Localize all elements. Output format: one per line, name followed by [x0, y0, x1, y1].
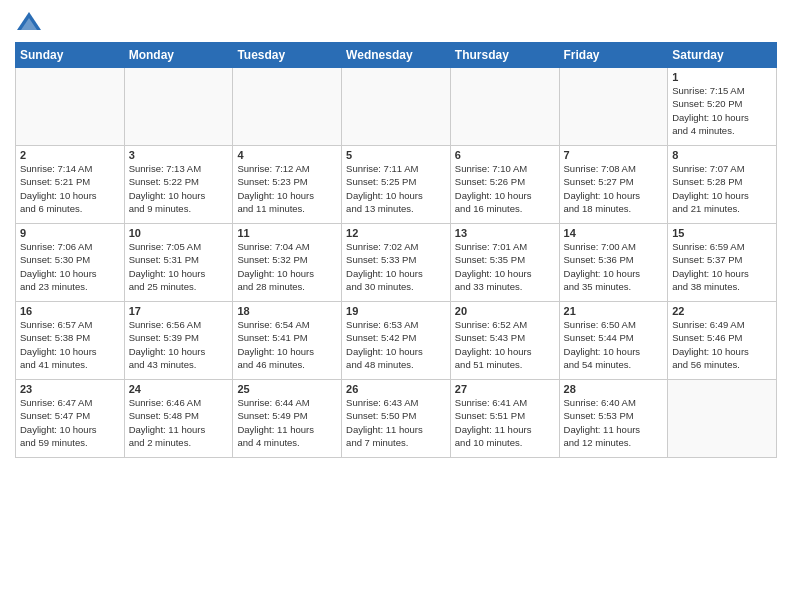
day-number: 7	[564, 149, 664, 161]
day-number: 14	[564, 227, 664, 239]
day-number: 20	[455, 305, 555, 317]
header-cell-wednesday: Wednesday	[342, 43, 451, 68]
logo-icon	[15, 10, 43, 38]
day-info: Sunrise: 7:04 AM Sunset: 5:32 PM Dayligh…	[237, 240, 337, 293]
day-info: Sunrise: 7:05 AM Sunset: 5:31 PM Dayligh…	[129, 240, 229, 293]
day-number: 23	[20, 383, 120, 395]
day-number: 26	[346, 383, 446, 395]
day-cell: 24Sunrise: 6:46 AM Sunset: 5:48 PM Dayli…	[124, 380, 233, 458]
day-number: 10	[129, 227, 229, 239]
day-number: 18	[237, 305, 337, 317]
day-cell: 12Sunrise: 7:02 AM Sunset: 5:33 PM Dayli…	[342, 224, 451, 302]
day-number: 24	[129, 383, 229, 395]
day-number: 11	[237, 227, 337, 239]
day-cell: 20Sunrise: 6:52 AM Sunset: 5:43 PM Dayli…	[450, 302, 559, 380]
calendar-table: SundayMondayTuesdayWednesdayThursdayFrid…	[15, 42, 777, 458]
day-info: Sunrise: 6:53 AM Sunset: 5:42 PM Dayligh…	[346, 318, 446, 371]
calendar-body: 1Sunrise: 7:15 AM Sunset: 5:20 PM Daylig…	[16, 68, 777, 458]
day-info: Sunrise: 7:07 AM Sunset: 5:28 PM Dayligh…	[672, 162, 772, 215]
day-number: 21	[564, 305, 664, 317]
header-cell-thursday: Thursday	[450, 43, 559, 68]
day-number: 1	[672, 71, 772, 83]
day-cell	[233, 68, 342, 146]
calendar-header-row: SundayMondayTuesdayWednesdayThursdayFrid…	[16, 43, 777, 68]
day-cell: 7Sunrise: 7:08 AM Sunset: 5:27 PM Daylig…	[559, 146, 668, 224]
day-cell: 14Sunrise: 7:00 AM Sunset: 5:36 PM Dayli…	[559, 224, 668, 302]
day-cell	[342, 68, 451, 146]
day-info: Sunrise: 6:54 AM Sunset: 5:41 PM Dayligh…	[237, 318, 337, 371]
day-info: Sunrise: 6:56 AM Sunset: 5:39 PM Dayligh…	[129, 318, 229, 371]
day-info: Sunrise: 7:14 AM Sunset: 5:21 PM Dayligh…	[20, 162, 120, 215]
header-cell-saturday: Saturday	[668, 43, 777, 68]
day-cell: 16Sunrise: 6:57 AM Sunset: 5:38 PM Dayli…	[16, 302, 125, 380]
week-row-4: 23Sunrise: 6:47 AM Sunset: 5:47 PM Dayli…	[16, 380, 777, 458]
day-number: 5	[346, 149, 446, 161]
day-number: 28	[564, 383, 664, 395]
day-number: 15	[672, 227, 772, 239]
day-info: Sunrise: 7:06 AM Sunset: 5:30 PM Dayligh…	[20, 240, 120, 293]
day-cell: 18Sunrise: 6:54 AM Sunset: 5:41 PM Dayli…	[233, 302, 342, 380]
day-info: Sunrise: 6:40 AM Sunset: 5:53 PM Dayligh…	[564, 396, 664, 449]
day-cell: 25Sunrise: 6:44 AM Sunset: 5:49 PM Dayli…	[233, 380, 342, 458]
day-info: Sunrise: 6:57 AM Sunset: 5:38 PM Dayligh…	[20, 318, 120, 371]
day-cell	[668, 380, 777, 458]
day-cell: 4Sunrise: 7:12 AM Sunset: 5:23 PM Daylig…	[233, 146, 342, 224]
day-number: 2	[20, 149, 120, 161]
day-number: 3	[129, 149, 229, 161]
week-row-3: 16Sunrise: 6:57 AM Sunset: 5:38 PM Dayli…	[16, 302, 777, 380]
day-number: 16	[20, 305, 120, 317]
header-cell-monday: Monday	[124, 43, 233, 68]
day-number: 4	[237, 149, 337, 161]
header-cell-tuesday: Tuesday	[233, 43, 342, 68]
day-info: Sunrise: 6:59 AM Sunset: 5:37 PM Dayligh…	[672, 240, 772, 293]
day-cell: 1Sunrise: 7:15 AM Sunset: 5:20 PM Daylig…	[668, 68, 777, 146]
day-info: Sunrise: 7:08 AM Sunset: 5:27 PM Dayligh…	[564, 162, 664, 215]
day-cell: 26Sunrise: 6:43 AM Sunset: 5:50 PM Dayli…	[342, 380, 451, 458]
day-info: Sunrise: 6:47 AM Sunset: 5:47 PM Dayligh…	[20, 396, 120, 449]
day-number: 27	[455, 383, 555, 395]
day-info: Sunrise: 6:41 AM Sunset: 5:51 PM Dayligh…	[455, 396, 555, 449]
day-cell: 28Sunrise: 6:40 AM Sunset: 5:53 PM Dayli…	[559, 380, 668, 458]
day-cell: 9Sunrise: 7:06 AM Sunset: 5:30 PM Daylig…	[16, 224, 125, 302]
day-info: Sunrise: 7:11 AM Sunset: 5:25 PM Dayligh…	[346, 162, 446, 215]
day-cell: 3Sunrise: 7:13 AM Sunset: 5:22 PM Daylig…	[124, 146, 233, 224]
day-info: Sunrise: 6:43 AM Sunset: 5:50 PM Dayligh…	[346, 396, 446, 449]
week-row-2: 9Sunrise: 7:06 AM Sunset: 5:30 PM Daylig…	[16, 224, 777, 302]
header-cell-sunday: Sunday	[16, 43, 125, 68]
day-info: Sunrise: 7:01 AM Sunset: 5:35 PM Dayligh…	[455, 240, 555, 293]
day-cell	[124, 68, 233, 146]
logo	[15, 10, 47, 38]
week-row-1: 2Sunrise: 7:14 AM Sunset: 5:21 PM Daylig…	[16, 146, 777, 224]
day-cell: 13Sunrise: 7:01 AM Sunset: 5:35 PM Dayli…	[450, 224, 559, 302]
day-info: Sunrise: 6:49 AM Sunset: 5:46 PM Dayligh…	[672, 318, 772, 371]
day-number: 25	[237, 383, 337, 395]
day-number: 8	[672, 149, 772, 161]
day-number: 6	[455, 149, 555, 161]
day-cell: 17Sunrise: 6:56 AM Sunset: 5:39 PM Dayli…	[124, 302, 233, 380]
day-number: 12	[346, 227, 446, 239]
day-cell: 27Sunrise: 6:41 AM Sunset: 5:51 PM Dayli…	[450, 380, 559, 458]
day-info: Sunrise: 6:52 AM Sunset: 5:43 PM Dayligh…	[455, 318, 555, 371]
day-cell: 22Sunrise: 6:49 AM Sunset: 5:46 PM Dayli…	[668, 302, 777, 380]
day-cell	[16, 68, 125, 146]
day-info: Sunrise: 7:02 AM Sunset: 5:33 PM Dayligh…	[346, 240, 446, 293]
day-info: Sunrise: 7:12 AM Sunset: 5:23 PM Dayligh…	[237, 162, 337, 215]
day-cell: 2Sunrise: 7:14 AM Sunset: 5:21 PM Daylig…	[16, 146, 125, 224]
day-number: 19	[346, 305, 446, 317]
day-info: Sunrise: 6:44 AM Sunset: 5:49 PM Dayligh…	[237, 396, 337, 449]
day-number: 17	[129, 305, 229, 317]
day-cell	[450, 68, 559, 146]
day-cell: 23Sunrise: 6:47 AM Sunset: 5:47 PM Dayli…	[16, 380, 125, 458]
day-info: Sunrise: 7:00 AM Sunset: 5:36 PM Dayligh…	[564, 240, 664, 293]
day-info: Sunrise: 7:10 AM Sunset: 5:26 PM Dayligh…	[455, 162, 555, 215]
header	[15, 10, 777, 38]
day-cell: 21Sunrise: 6:50 AM Sunset: 5:44 PM Dayli…	[559, 302, 668, 380]
day-number: 9	[20, 227, 120, 239]
day-cell: 11Sunrise: 7:04 AM Sunset: 5:32 PM Dayli…	[233, 224, 342, 302]
day-cell: 10Sunrise: 7:05 AM Sunset: 5:31 PM Dayli…	[124, 224, 233, 302]
day-info: Sunrise: 7:15 AM Sunset: 5:20 PM Dayligh…	[672, 84, 772, 137]
day-cell	[559, 68, 668, 146]
day-cell: 5Sunrise: 7:11 AM Sunset: 5:25 PM Daylig…	[342, 146, 451, 224]
week-row-0: 1Sunrise: 7:15 AM Sunset: 5:20 PM Daylig…	[16, 68, 777, 146]
day-info: Sunrise: 6:50 AM Sunset: 5:44 PM Dayligh…	[564, 318, 664, 371]
